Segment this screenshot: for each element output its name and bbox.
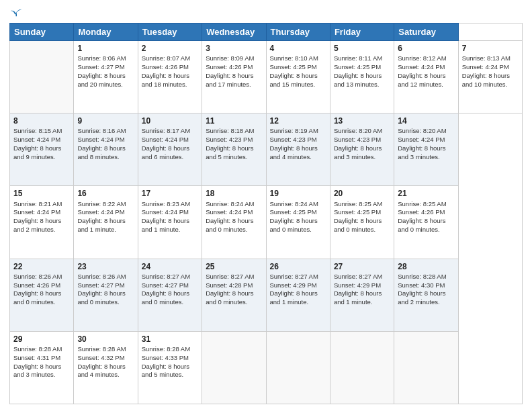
day-number: 15 (13, 188, 70, 199)
sunrise-line: Sunrise: 8:09 AM (206, 54, 254, 62)
calendar-cell: 28Sunrise: 8:28 AMSunset: 4:30 PMDayligh… (394, 259, 458, 331)
daylight-line: Daylight: 8 hours and 0 minutes. (398, 217, 445, 233)
daylight-line: Daylight: 8 hours and 0 minutes. (142, 289, 189, 306)
daylight-line: Daylight: 8 hours and 0 minutes. (334, 217, 382, 233)
calendar-cell: 18Sunrise: 8:24 AMSunset: 4:24 PMDayligh… (202, 186, 266, 259)
sunset-line: Sunset: 4:24 PM (13, 208, 60, 216)
daylight-line: Daylight: 8 hours and 1 minute. (334, 289, 382, 306)
sunset-line: Sunset: 4:33 PM (142, 354, 189, 361)
sunset-line: Sunset: 4:25 PM (334, 208, 381, 216)
calendar-cell: 19Sunrise: 8:24 AMSunset: 4:25 PMDayligh… (266, 186, 330, 259)
sunrise-line: Sunrise: 8:27 AM (334, 273, 382, 280)
calendar-cell: 8Sunrise: 8:15 AMSunset: 4:24 PMDaylight… (10, 113, 74, 186)
daylight-line: Daylight: 8 hours and 15 minutes. (270, 72, 318, 88)
day-number: 29 (13, 334, 70, 345)
daylight-line: Daylight: 8 hours and 13 minutes. (334, 72, 382, 88)
daylight-line: Daylight: 8 hours and 0 minutes. (270, 217, 318, 233)
daylight-line: Daylight: 8 hours and 6 minutes. (142, 144, 189, 161)
sunset-line: Sunset: 4:24 PM (206, 208, 253, 216)
day-number: 11 (206, 116, 262, 126)
day-number: 30 (77, 334, 134, 345)
day-header-friday: Friday (330, 24, 394, 41)
calendar-cell: 23Sunrise: 8:26 AMSunset: 4:27 PMDayligh… (74, 259, 138, 331)
day-number: 6 (398, 43, 454, 54)
sunset-line: Sunset: 4:29 PM (334, 281, 381, 289)
sunrise-line: Sunrise: 8:21 AM (13, 200, 62, 208)
sunset-line: Sunset: 4:24 PM (77, 208, 124, 216)
calendar-cell: 9Sunrise: 8:16 AMSunset: 4:24 PMDaylight… (74, 113, 138, 186)
sunset-line: Sunset: 4:26 PM (13, 281, 60, 289)
daylight-line: Daylight: 8 hours and 20 minutes. (77, 72, 125, 88)
calendar-cell: 26Sunrise: 8:27 AMSunset: 4:29 PMDayligh… (266, 259, 330, 331)
calendar-cell: 5Sunrise: 8:11 AMSunset: 4:25 PMDaylight… (330, 41, 394, 113)
sunrise-line: Sunrise: 8:19 AM (270, 127, 318, 134)
logo-bird-icon (11, 7, 23, 19)
day-number: 26 (270, 261, 326, 272)
calendar-cell: 30Sunrise: 8:28 AMSunset: 4:32 PMDayligh… (74, 331, 138, 404)
sunrise-line: Sunrise: 8:24 AM (270, 200, 318, 208)
daylight-line: Daylight: 8 hours and 0 minutes. (77, 289, 125, 306)
calendar-cell: 16Sunrise: 8:22 AMSunset: 4:24 PMDayligh… (74, 186, 138, 259)
sunrise-line: Sunrise: 8:27 AM (206, 273, 254, 280)
day-number: 17 (142, 188, 198, 199)
sunset-line: Sunset: 4:25 PM (334, 63, 381, 71)
daylight-line: Daylight: 8 hours and 9 minutes. (13, 144, 61, 161)
daylight-line: Daylight: 8 hours and 0 minutes. (13, 289, 61, 306)
day-number: 20 (334, 188, 390, 199)
sunrise-line: Sunrise: 8:25 AM (334, 200, 382, 208)
daylight-line: Daylight: 8 hours and 17 minutes. (206, 72, 253, 88)
sunrise-line: Sunrise: 8:20 AM (334, 127, 382, 134)
daylight-line: Daylight: 8 hours and 12 minutes. (398, 72, 445, 88)
calendar-cell: 6Sunrise: 8:12 AMSunset: 4:24 PMDaylight… (394, 41, 458, 113)
day-number: 18 (206, 188, 262, 199)
calendar-cell: 13Sunrise: 8:20 AMSunset: 4:23 PMDayligh… (330, 113, 394, 186)
sunset-line: Sunset: 4:27 PM (77, 281, 124, 289)
calendar-cell: 29Sunrise: 8:28 AMSunset: 4:31 PMDayligh… (10, 331, 74, 404)
sunset-line: Sunset: 4:27 PM (142, 281, 189, 289)
sunset-line: Sunset: 4:24 PM (142, 208, 189, 216)
sunset-line: Sunset: 4:24 PM (77, 136, 124, 143)
calendar-cell (266, 331, 330, 404)
calendar-cell: 14Sunrise: 8:20 AMSunset: 4:24 PMDayligh… (394, 113, 458, 186)
calendar-cell: 10Sunrise: 8:17 AMSunset: 4:24 PMDayligh… (138, 113, 202, 186)
sunrise-line: Sunrise: 8:27 AM (142, 273, 190, 280)
sunrise-line: Sunrise: 8:26 AM (13, 273, 62, 280)
calendar-cell: 24Sunrise: 8:27 AMSunset: 4:27 PMDayligh… (138, 259, 202, 331)
day-number: 21 (398, 188, 454, 199)
sunrise-line: Sunrise: 8:28 AM (77, 345, 126, 353)
daylight-line: Daylight: 8 hours and 1 minute. (142, 217, 189, 233)
calendar-cell: 17Sunrise: 8:23 AMSunset: 4:24 PMDayligh… (138, 186, 202, 259)
sunrise-line: Sunrise: 8:16 AM (77, 127, 126, 134)
sunrise-line: Sunrise: 8:13 AM (462, 54, 511, 62)
daylight-line: Daylight: 8 hours and 0 minutes. (206, 289, 253, 306)
sunrise-line: Sunrise: 8:23 AM (142, 200, 190, 208)
daylight-line: Daylight: 8 hours and 3 minutes. (398, 144, 445, 161)
day-number: 5 (334, 43, 390, 54)
calendar-cell: 22Sunrise: 8:26 AMSunset: 4:26 PMDayligh… (10, 259, 74, 331)
day-number: 16 (77, 188, 134, 199)
day-number: 28 (398, 261, 454, 272)
sunset-line: Sunset: 4:24 PM (462, 63, 509, 71)
sunrise-line: Sunrise: 8:28 AM (13, 345, 62, 353)
sunset-line: Sunset: 4:23 PM (334, 136, 381, 143)
day-number: 9 (77, 116, 134, 126)
day-number: 3 (206, 43, 262, 54)
calendar-cell: 4Sunrise: 8:10 AMSunset: 4:25 PMDaylight… (266, 41, 330, 113)
sunrise-line: Sunrise: 8:20 AM (398, 127, 446, 134)
sunset-line: Sunset: 4:24 PM (142, 136, 189, 143)
day-number: 12 (270, 116, 326, 126)
daylight-line: Daylight: 8 hours and 2 minutes. (13, 217, 61, 233)
week-row-5: 29Sunrise: 8:28 AMSunset: 4:31 PMDayligh… (10, 331, 523, 404)
day-number: 13 (334, 116, 390, 126)
sunset-line: Sunset: 4:29 PM (270, 281, 317, 289)
calendar-cell: 25Sunrise: 8:27 AMSunset: 4:28 PMDayligh… (202, 259, 266, 331)
daylight-line: Daylight: 8 hours and 3 minutes. (13, 363, 61, 379)
week-row-3: 15Sunrise: 8:21 AMSunset: 4:24 PMDayligh… (10, 186, 523, 259)
day-number: 1 (77, 43, 134, 54)
calendar-cell: 12Sunrise: 8:19 AMSunset: 4:23 PMDayligh… (266, 113, 330, 186)
week-row-2: 8Sunrise: 8:15 AMSunset: 4:24 PMDaylight… (10, 113, 523, 186)
day-number: 27 (334, 261, 390, 272)
day-header-tuesday: Tuesday (138, 24, 202, 41)
sunset-line: Sunset: 4:24 PM (398, 136, 445, 143)
day-number: 4 (270, 43, 326, 54)
